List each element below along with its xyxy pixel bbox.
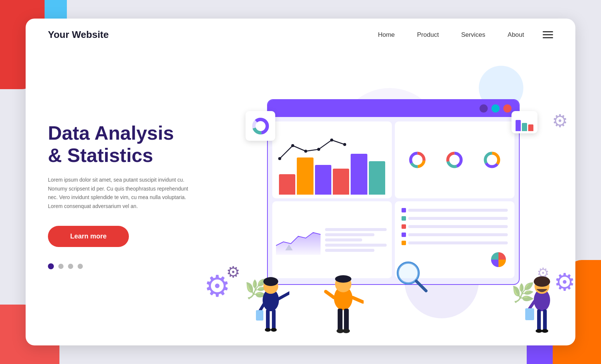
hero-title-line1: Data Analysis [48,122,174,144]
data-rows-left [324,227,388,253]
svg-rect-37 [256,310,263,321]
svg-rect-55 [525,308,534,320]
data-row-sq-3 [402,224,508,229]
float-bar-2 [522,123,527,131]
row-bar-1 [408,209,508,212]
svg-line-35 [276,291,289,300]
dashboard-window [267,99,520,285]
person-right-svg [523,269,561,343]
person-left-svg [252,269,289,343]
row-bar-4 [408,233,508,236]
svg-rect-50 [537,309,541,331]
float-bar-3 [528,124,533,131]
row-bar-5 [408,241,508,244]
dot-4[interactable] [78,264,83,269]
bar-6 [369,161,385,195]
left-panel: Data Analysis & Statistics Lorem ipsum d… [48,122,234,269]
learn-more-button[interactable]: Learn more [48,226,129,247]
carousel-dots [48,263,219,269]
data-row-4 [325,244,387,247]
nav-link-home[interactable]: Home [378,31,394,38]
nav-link-about[interactable]: About [508,31,524,38]
hero-title: Data Analysis & Statistics [48,122,219,167]
magnifier-svg [393,258,431,295]
float-donut-chart [250,116,271,136]
nav-link-services[interactable]: Services [461,31,485,38]
svg-line-46 [326,292,334,298]
svg-line-45 [353,298,363,302]
bar-5 [351,154,367,195]
svg-point-49 [534,276,550,287]
hamburger-line-1 [543,31,553,32]
bar-3 [315,165,331,195]
data-row-5 [325,249,374,252]
navbar: Your Website Home Product Services About [26,19,575,51]
magnifier-icon [393,258,431,295]
area-chart [276,225,321,255]
data-row-sq-2 [402,216,508,221]
dot-2[interactable] [58,264,64,269]
person-mid [323,265,364,344]
nav-item-services[interactable]: Services [461,31,485,39]
window-button-purple[interactable] [480,104,488,113]
mini-pie-chart [489,250,508,269]
data-row-3 [325,238,362,241]
hero-title-line2: & Statistics [48,144,153,166]
window-button-red[interactable] [503,104,511,113]
svg-rect-42 [344,309,349,331]
hamburger-line-2 [543,34,553,35]
dot-3[interactable] [68,264,73,269]
bar-chart-panel [272,121,392,198]
nav-item-home[interactable]: Home [378,31,394,39]
svg-point-7 [330,139,333,142]
nav-links: Home Product Services About [378,31,524,39]
person-mid-svg [323,265,364,343]
svg-line-27 [416,281,426,291]
floating-donut-widget [246,111,275,141]
svg-rect-41 [338,309,342,331]
svg-rect-31 [266,309,270,330]
nav-item-product[interactable]: Product [417,31,439,39]
square-icon-4 [402,233,406,237]
square-icon-1 [402,208,406,212]
svg-point-44 [342,329,350,333]
dot-1[interactable] [48,263,54,269]
data-row-sq-1 [402,208,508,212]
svg-rect-51 [543,309,547,331]
logo: Your Website [48,29,109,40]
bar-2 [297,157,313,195]
nav-link-product[interactable]: Product [417,31,439,38]
svg-rect-32 [272,309,276,330]
square-icon-2 [402,216,406,221]
svg-point-52 [536,329,542,333]
bar-chart [276,150,388,195]
row-bar-3 [408,225,508,228]
hero-description: Lorem ipsum dolor sit amet, sea putant s… [48,176,189,211]
person-right [523,269,561,344]
square-icon-5 [402,241,406,245]
donut-chart-1 [407,150,428,170]
floating-bar-widget [511,111,537,133]
nav-item-about[interactable]: About [508,31,524,39]
person-left [252,269,289,344]
content-area: Data Analysis & Statistics Lorem ipsum d… [26,51,575,341]
window-button-cyan[interactable] [491,104,500,113]
svg-point-53 [542,329,548,333]
main-card: Your Website Home Product Services About [26,19,575,345]
hamburger-menu[interactable] [543,31,553,38]
row-bar-2 [408,217,508,220]
data-row-1 [325,228,387,231]
svg-point-33 [265,328,271,332]
svg-point-40 [335,275,351,283]
donut-charts-panel [395,121,514,198]
bar-4 [333,169,349,195]
donut-chart-3 [482,150,502,170]
svg-point-30 [263,277,278,286]
right-panel: ⚙ ⚙ ⚙ ⚙ ⚙ 🌿 🌿 [234,51,553,341]
svg-point-34 [271,328,277,332]
gear-icon-3: ⚙ [552,110,568,131]
data-row-2 [325,233,374,236]
svg-point-8 [343,143,346,146]
window-titlebar [268,100,519,117]
svg-point-4 [291,144,294,147]
